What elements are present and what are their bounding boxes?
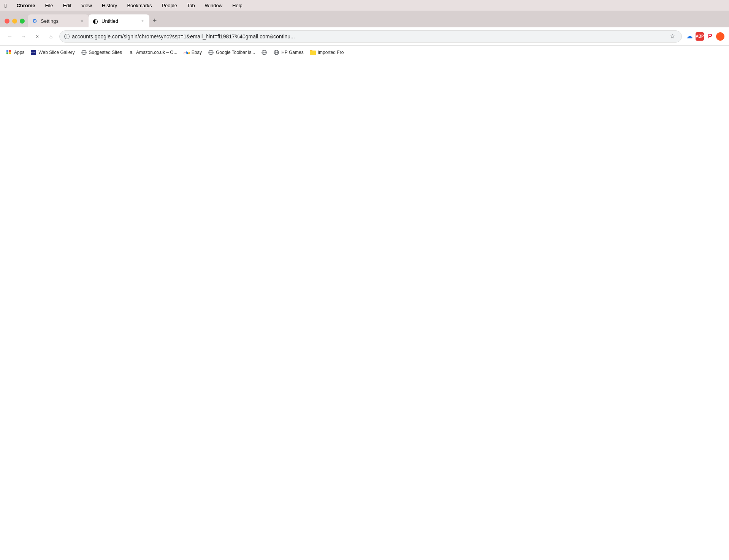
other-extension-icon[interactable] <box>716 32 724 41</box>
menu-help[interactable]: Help <box>231 2 244 9</box>
back-button[interactable]: ← <box>5 31 15 42</box>
web-slice-gallery-icon <box>30 49 36 55</box>
window-maximize-button[interactable] <box>20 19 25 24</box>
google-toolbar-icon <box>208 49 214 55</box>
adblock-plus-extension-icon[interactable]: ABP <box>696 32 704 41</box>
menu-file[interactable]: File <box>44 2 55 9</box>
url-display: accounts.google.com/signin/chrome/sync?s… <box>72 33 666 40</box>
security-info-icon[interactable]: i <box>64 34 70 39</box>
menu-window[interactable]: Window <box>203 2 224 9</box>
apps-grid-icon <box>6 49 12 55</box>
window-minimize-button[interactable] <box>12 19 17 24</box>
new-tab-button[interactable]: + <box>149 15 160 26</box>
menu-history[interactable]: History <box>100 2 119 9</box>
tab-untitled[interactable]: ◐ Untitled × <box>89 14 149 27</box>
bookmark-web-slice-gallery-label: Web Slice Gallery <box>38 50 74 55</box>
home-button[interactable]: ⌂ <box>46 31 56 42</box>
bookmark-apps[interactable]: Apps <box>3 47 27 58</box>
amazon-icon: a <box>128 49 134 55</box>
bookmark-apps-label: Apps <box>14 50 24 55</box>
bookmark-web-slice-gallery[interactable]: Web Slice Gallery <box>27 47 78 58</box>
bookmark-hp-games-label: HP Games <box>281 50 303 55</box>
settings-gear-icon: ⚙ <box>32 18 38 24</box>
folder-icon <box>310 49 316 55</box>
tab-untitled-title: Untitled <box>101 18 136 24</box>
bookmark-imported-from[interactable]: Imported Fro <box>307 47 347 58</box>
tab-settings-close-button[interactable]: × <box>79 18 85 24</box>
menu-bar:  Chrome File Edit View History Bookmark… <box>0 0 729 11</box>
tab-untitled-close-button[interactable]: × <box>139 18 146 24</box>
main-content-area <box>0 59 729 534</box>
address-bar[interactable]: i accounts.google.com/signin/chrome/sync… <box>59 30 682 43</box>
suggested-sites-icon <box>81 49 87 55</box>
apple-icon:  <box>5 2 6 9</box>
svg-text:ebay: ebay <box>184 51 190 55</box>
address-bar-container: ← → × ⌂ i accounts.google.com/signin/chr… <box>0 27 729 46</box>
menu-tab[interactable]: Tab <box>185 2 197 9</box>
menu-edit[interactable]: Edit <box>62 2 73 9</box>
bookmark-imported-from-label: Imported Fro <box>318 50 344 55</box>
pinterest-extension-icon[interactable]: P <box>705 32 715 41</box>
extension-icons-area: ☁ ABP P <box>685 32 724 41</box>
bookmark-ebay[interactable]: ebay Ebay <box>181 47 205 58</box>
bookmark-ebay-label: Ebay <box>192 50 202 55</box>
reload-stop-button[interactable]: × <box>32 31 43 42</box>
bookmark-amazon[interactable]: a Amazon.co.uk – O... <box>125 47 181 58</box>
bookmark-google-toolbar[interactable]: Google Toolbar is... <box>205 47 258 58</box>
bookmark-amazon-label: Amazon.co.uk – O... <box>136 50 177 55</box>
svg-rect-3 <box>9 52 11 54</box>
menu-view[interactable]: View <box>80 2 94 9</box>
bookmark-suggested-sites-label: Suggested Sites <box>89 50 122 55</box>
svg-rect-0 <box>6 50 8 52</box>
loading-spinner-icon: ◐ <box>92 18 98 24</box>
svg-rect-2 <box>6 52 8 54</box>
bookmark-hp-games[interactable]: HP Games <box>270 47 306 58</box>
menu-bookmarks[interactable]: Bookmarks <box>125 2 153 9</box>
tab-settings-title: Settings <box>41 18 76 24</box>
bookmark-google-toolbar-label: Google Toolbar is... <box>216 50 255 55</box>
bookmarks-bar: Apps Web Slice Gallery Suggested Sites a… <box>0 46 729 59</box>
hp-games-icon <box>273 49 279 55</box>
bookmark-globe1[interactable] <box>258 47 270 58</box>
svg-rect-6 <box>32 52 35 53</box>
menu-people[interactable]: People <box>160 2 178 9</box>
window-close-button[interactable] <box>5 19 10 24</box>
bookmark-suggested-sites[interactable]: Suggested Sites <box>78 47 125 58</box>
forward-button[interactable]: → <box>18 31 29 42</box>
icloud-extension-icon[interactable]: ☁ <box>685 32 694 41</box>
chrome-app-name[interactable]: Chrome <box>15 2 36 9</box>
tab-settings[interactable]: ⚙ Settings × <box>28 14 89 27</box>
ebay-icon: ebay <box>184 49 190 55</box>
bookmark-star-button[interactable]: ☆ <box>668 32 677 41</box>
globe1-icon <box>261 49 267 55</box>
tab-bar: ⚙ Settings × ◐ Untitled × + <box>0 11 729 27</box>
window-controls <box>3 19 28 27</box>
svg-rect-1 <box>9 50 11 52</box>
